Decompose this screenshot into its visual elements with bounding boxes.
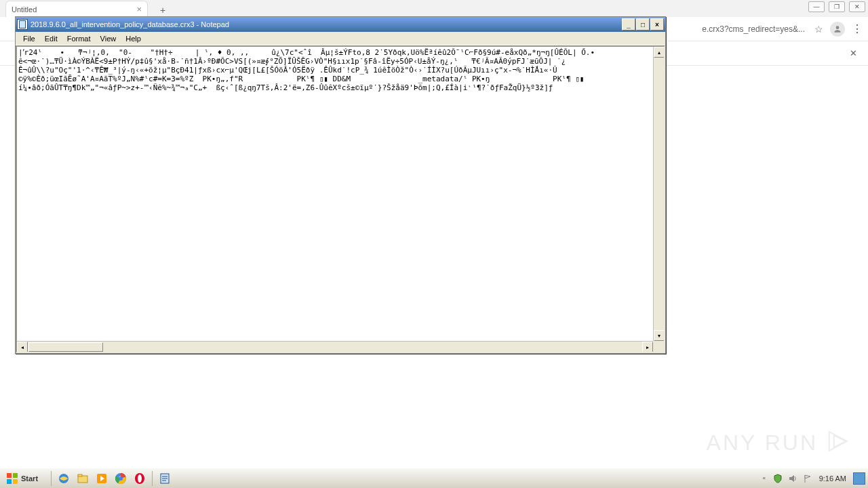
taskbar: Start « 9:16 AM bbox=[0, 468, 868, 488]
close-tab-icon[interactable]: × bbox=[136, 4, 142, 14]
scroll-right-button[interactable]: ▸ bbox=[642, 342, 653, 352]
taskbar-clock[interactable]: 9:16 AM bbox=[819, 474, 846, 483]
hscroll-thumb[interactable] bbox=[28, 342, 103, 352]
svg-rect-9 bbox=[78, 474, 82, 476]
quicklaunch-explorer-icon[interactable] bbox=[75, 470, 91, 487]
vertical-scrollbar[interactable]: ▴ ▾ bbox=[653, 47, 664, 341]
quicklaunch-ie-icon[interactable] bbox=[56, 470, 72, 487]
notepad-title-text: 2018.9.6.0_all_intervention_policy_datab… bbox=[31, 20, 621, 28]
menu-view[interactable]: View bbox=[96, 33, 121, 44]
start-label: Start bbox=[21, 474, 38, 483]
address-bar-fragment[interactable]: e.crx3?cms_redirect=yes&... bbox=[702, 24, 805, 34]
tray-security-icon[interactable] bbox=[772, 472, 784, 485]
scroll-corner bbox=[653, 341, 664, 352]
taskbar-separator bbox=[51, 471, 52, 486]
quicklaunch-media-icon[interactable] bbox=[94, 470, 110, 487]
notepad-titlebar[interactable]: 2018.9.6.0_all_intervention_policy_datab… bbox=[16, 17, 665, 32]
menu-format[interactable]: Format bbox=[62, 33, 96, 44]
tray-expand-icon[interactable]: « bbox=[760, 475, 769, 481]
infobar-close-icon[interactable]: ✕ bbox=[850, 48, 857, 58]
svg-rect-6 bbox=[13, 479, 18, 484]
svg-rect-4 bbox=[13, 473, 18, 478]
tray-flag-icon[interactable] bbox=[802, 472, 814, 485]
svg-marker-21 bbox=[789, 475, 794, 482]
browser-tab[interactable]: Untitled × bbox=[5, 1, 148, 17]
tray-volume-icon[interactable] bbox=[787, 472, 799, 485]
quicklaunch-chrome-icon[interactable] bbox=[113, 470, 129, 487]
svg-point-16 bbox=[138, 474, 142, 483]
menu-file[interactable]: File bbox=[18, 33, 40, 44]
notepad-window: 2018.9.6.0_all_intervention_policy_datab… bbox=[15, 16, 666, 354]
anyrun-watermark: ANY RUN bbox=[707, 427, 852, 458]
play-icon bbox=[823, 427, 852, 458]
svg-rect-3 bbox=[7, 473, 12, 478]
browser-close-button[interactable]: ✕ bbox=[849, 1, 865, 12]
browser-maximize-button[interactable]: ❐ bbox=[829, 1, 845, 12]
svg-rect-5 bbox=[7, 479, 12, 484]
taskbar-notepad-button[interactable] bbox=[157, 470, 173, 487]
horizontal-scrollbar[interactable]: ◂ ▸ bbox=[17, 341, 653, 352]
bookmark-star-icon[interactable]: ☆ bbox=[814, 24, 823, 35]
svg-point-14 bbox=[119, 476, 123, 481]
show-desktop-button[interactable] bbox=[853, 472, 865, 485]
start-button[interactable]: Start bbox=[3, 470, 45, 487]
notepad-text-area[interactable]: |˹r24ˡ • ͳ¬ʲ¦,0, "0- "†H†÷ | ˡ, ♦ 0, ,, … bbox=[16, 45, 665, 353]
notepad-close-button[interactable]: × bbox=[650, 18, 664, 30]
scroll-left-button[interactable]: ◂ bbox=[17, 342, 28, 352]
notepad-maximize-button[interactable]: □ bbox=[636, 18, 650, 30]
menu-help[interactable]: Help bbox=[121, 33, 146, 44]
svg-marker-1 bbox=[829, 432, 847, 451]
svg-point-0 bbox=[836, 26, 840, 29]
notepad-menubar: File Edit Format View Help bbox=[16, 32, 665, 45]
windows-logo-icon bbox=[6, 472, 18, 485]
scroll-up-button[interactable]: ▴ bbox=[654, 47, 665, 58]
system-tray: « 9:16 AM bbox=[757, 468, 868, 488]
new-tab-button[interactable]: + bbox=[153, 3, 172, 17]
notepad-app-icon bbox=[17, 19, 28, 30]
scroll-down-button[interactable]: ▾ bbox=[654, 330, 665, 341]
quicklaunch-opera-icon[interactable] bbox=[132, 470, 148, 487]
notepad-minimize-button[interactable]: _ bbox=[622, 18, 635, 30]
watermark-text: ANY RUN bbox=[707, 430, 818, 455]
browser-minimize-button[interactable]: — bbox=[808, 1, 825, 12]
menu-edit[interactable]: Edit bbox=[40, 33, 62, 44]
profile-avatar-icon[interactable] bbox=[830, 22, 845, 37]
browser-tab-title: Untitled bbox=[12, 5, 37, 14]
chrome-menu-icon[interactable]: ⋮ bbox=[852, 22, 863, 35]
taskbar-separator bbox=[152, 471, 153, 486]
